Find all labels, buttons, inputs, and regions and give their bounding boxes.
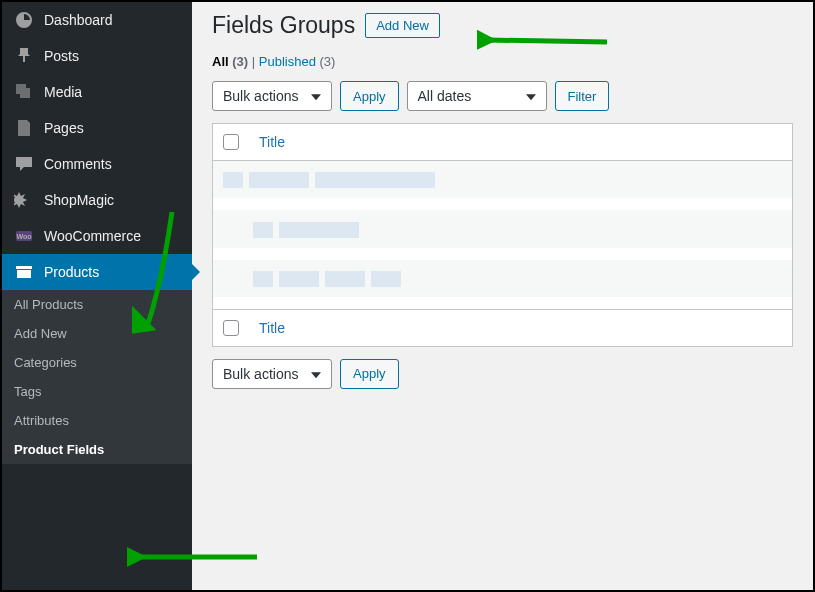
table-row[interactable] [213, 210, 793, 247]
sidebar-item-label: ShopMagic [44, 192, 114, 208]
sidebar-item-label: Posts [44, 48, 79, 64]
page-icon [14, 118, 34, 138]
sidebar-item-dashboard[interactable]: Dashboard [2, 2, 192, 38]
tablenav-bottom: Bulk actions Apply [212, 359, 793, 389]
sidebar-item-posts[interactable]: Posts [2, 38, 192, 74]
table-row[interactable] [213, 198, 793, 210]
media-icon [14, 82, 34, 102]
column-footer-title[interactable]: Title [249, 309, 793, 346]
sidebar-sub-tags[interactable]: Tags [2, 377, 192, 406]
bulk-actions-select-bottom[interactable]: Bulk actions [212, 359, 332, 389]
filter-button[interactable]: Filter [555, 81, 610, 111]
select-all-checkbox-top[interactable] [223, 134, 239, 150]
bulk-actions-select[interactable]: Bulk actions [212, 81, 332, 111]
table-row[interactable] [213, 161, 793, 199]
table-row[interactable] [213, 297, 793, 310]
date-filter-select[interactable]: All dates [407, 81, 547, 111]
dashboard-icon [14, 10, 34, 30]
sidebar-item-label: Media [44, 84, 82, 100]
filter-separator: | [252, 54, 259, 69]
filter-published-link[interactable]: Published (3) [259, 54, 336, 69]
apply-button[interactable]: Apply [340, 81, 399, 111]
apply-button-bottom[interactable]: Apply [340, 359, 399, 389]
sidebar-item-shopmagic[interactable]: ShopMagic [2, 182, 192, 218]
add-new-button[interactable]: Add New [365, 13, 440, 38]
sidebar-sub-add-new[interactable]: Add New [2, 319, 192, 348]
sidebar-item-label: WooCommerce [44, 228, 141, 244]
status-filter: All (3) | Published (3) [212, 54, 793, 69]
table-row[interactable] [213, 260, 793, 297]
sidebar-item-pages[interactable]: Pages [2, 110, 192, 146]
archive-icon [14, 262, 34, 282]
select-all-checkbox-bottom[interactable] [223, 320, 239, 336]
column-header-title[interactable]: Title [249, 124, 793, 161]
sidebar-item-products[interactable]: Products [2, 254, 192, 290]
fields-groups-table: Title Title [212, 123, 793, 347]
filter-all-link[interactable]: All (3) [212, 54, 248, 69]
pin-icon [14, 46, 34, 66]
woocommerce-icon: Woo [14, 226, 34, 246]
magic-icon [14, 190, 34, 210]
sidebar-sub-all-products[interactable]: All Products [2, 290, 192, 319]
sidebar-item-label: Comments [44, 156, 112, 172]
tablenav-top: Bulk actions Apply All dates Filter [212, 81, 793, 111]
sidebar-sub-attributes[interactable]: Attributes [2, 406, 192, 435]
sidebar-item-media[interactable]: Media [2, 74, 192, 110]
sidebar-submenu: All Products Add New Categories Tags Att… [2, 290, 192, 464]
page-title: Fields Groups [212, 12, 355, 39]
comment-icon [14, 154, 34, 174]
main-content: Fields Groups Add New All (3) | Publishe… [192, 2, 813, 590]
admin-sidebar: Dashboard Posts Media Pages Comments Sho… [2, 2, 192, 590]
page-header: Fields Groups Add New [212, 12, 793, 39]
sidebar-sub-product-fields[interactable]: Product Fields [2, 435, 192, 464]
sidebar-item-label: Dashboard [44, 12, 113, 28]
svg-text:Woo: Woo [16, 233, 31, 240]
sidebar-item-label: Products [44, 264, 99, 280]
sidebar-item-woocommerce[interactable]: Woo WooCommerce [2, 218, 192, 254]
sidebar-item-label: Pages [44, 120, 84, 136]
sidebar-sub-categories[interactable]: Categories [2, 348, 192, 377]
sidebar-item-comments[interactable]: Comments [2, 146, 192, 182]
table-row[interactable] [213, 248, 793, 260]
